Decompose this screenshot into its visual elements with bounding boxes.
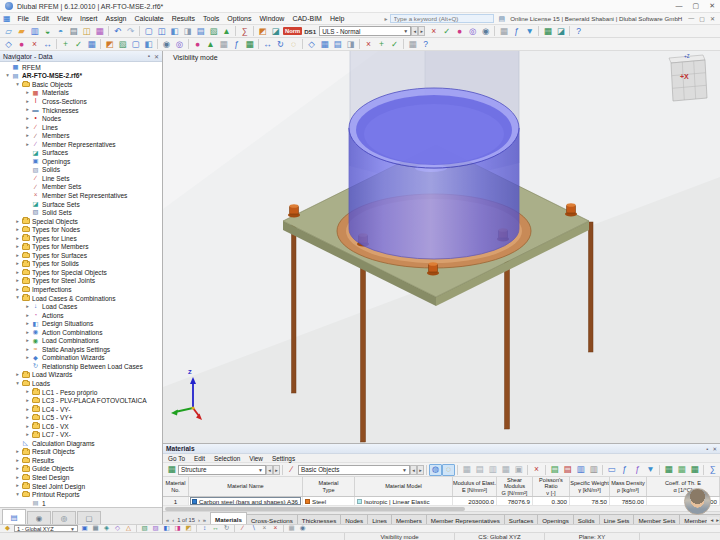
design-norm-badge[interactable]: Norm [283, 27, 302, 35]
expander-icon[interactable]: ▸ [24, 107, 31, 112]
navigator-tab-views[interactable]: ◎ [52, 511, 76, 524]
menu-window[interactable]: Window [255, 15, 288, 22]
plus-icon[interactable]: + [375, 38, 388, 50]
column-header[interactable]: Modulus of Elast.E [N/mm²] [453, 477, 497, 496]
tree-item-materials[interactable]: ▸▦Materials [0, 89, 162, 98]
winnew-icon[interactable]: ▢ [142, 25, 155, 37]
close-button[interactable]: ✕ [709, 2, 715, 10]
tree-item-printout-reports[interactable]: ▾Printout Reports [0, 490, 162, 499]
exl-icon[interactable]: ▦ [243, 38, 256, 50]
fx-icon[interactable]: ƒ [618, 464, 631, 476]
expander-icon[interactable]: ▸ [24, 389, 31, 394]
tree-item-line-sets[interactable]: ∕Line Sets [0, 174, 162, 183]
expander-icon[interactable]: ▸ [24, 321, 31, 326]
material-name-cell[interactable]: Carbon steel (bars and shapes) A36 [189, 497, 303, 505]
tree-item-types-for-special-objects[interactable]: ▸Types for Special Objects [0, 268, 162, 277]
tree-item-types-for-members[interactable]: ▸Types for Members [0, 242, 162, 251]
colins-icon[interactable]: ▥ [574, 464, 587, 476]
fx2-icon[interactable]: ƒ [631, 464, 644, 476]
mass-density-cell[interactable]: 7850.00 [610, 497, 647, 505]
gD-icon[interactable]: ◨ [172, 525, 183, 533]
tree-item-member-set-representatives[interactable]: ×Member Set Representatives [0, 191, 162, 200]
expander-icon[interactable]: ▾ [14, 492, 21, 497]
menu-insert[interactable]: Insert [76, 15, 102, 22]
expander-icon[interactable]: ▸ [24, 424, 31, 429]
tree-item-special-objects[interactable]: ▸Special Objects [0, 217, 162, 226]
tree-item-members[interactable]: ▸∕Members [0, 131, 162, 140]
minimize-button[interactable]: — [688, 15, 694, 22]
expander-icon[interactable]: ▸ [14, 261, 21, 266]
material-name-editor[interactable]: Carbon steel (bars and shapes) A36 [190, 497, 301, 505]
combo-prev-button[interactable]: ◂ [411, 26, 418, 36]
x-red-icon[interactable]: × [28, 38, 41, 50]
tree-item-solid-sets[interactable]: ▧Solid Sets [0, 208, 162, 217]
gA-icon[interactable]: ▧ [139, 525, 150, 533]
cam-icon[interactable]: ◎ [173, 38, 186, 50]
coldel-icon[interactable]: ▥ [587, 464, 600, 476]
import-icon[interactable]: ◒ [41, 25, 54, 37]
lB-icon[interactable]: ∖ [248, 525, 259, 533]
materials-menu-settings[interactable]: Settings [272, 455, 295, 462]
qm-icon[interactable]: ? [419, 38, 432, 50]
zoom-sel-icon[interactable]: ◍ [429, 464, 442, 476]
next-record-button[interactable]: › [198, 517, 200, 523]
tblD-icon[interactable]: ▦ [499, 464, 512, 476]
close-icon[interactable]: ✕ [712, 446, 717, 452]
tree-item-lc6-vx[interactable]: ▸LC6 - VX [0, 422, 162, 431]
close-button[interactable]: ✕ [710, 15, 715, 22]
pin-icon[interactable]: ▪ [706, 446, 708, 452]
expander-icon[interactable]: ▾ [4, 73, 11, 78]
cube-front-label[interactable]: +X [680, 73, 689, 80]
tree-item-member-sets[interactable]: ∕Member Sets [0, 183, 162, 192]
menu-assign[interactable]: Assign [101, 15, 130, 22]
tree-item-lc1-peso-pr-prio[interactable]: ▸LC1 - Peso próprio [0, 388, 162, 397]
tree-item-ar-fto-mse-2-rf6[interactable]: ▾▤AR-FTO-MSE-2.rf6* [0, 72, 162, 81]
tblC-icon[interactable]: ▥ [486, 464, 499, 476]
snapB-icon[interactable]: ▦ [90, 525, 101, 533]
fx-icon[interactable]: ƒ [510, 25, 523, 37]
menu-file[interactable]: File [14, 15, 33, 22]
sel-icon[interactable]: ◇ [2, 38, 15, 50]
move-icon[interactable]: ↔ [41, 38, 54, 50]
expander-icon[interactable]: ▸ [14, 287, 21, 292]
expander-icon[interactable]: ▸ [24, 355, 31, 360]
calcA-icon[interactable]: ∑ [706, 464, 719, 476]
up-icon[interactable]: ▲ [204, 38, 217, 50]
table-group-combo[interactable]: Structure ▼ [178, 465, 266, 475]
tree-item-steel-joint-design[interactable]: ▸Steel Joint Design [0, 482, 162, 491]
eye-icon[interactable]: ◉ [297, 525, 308, 533]
mA-icon[interactable]: ↕ [199, 525, 210, 533]
column-header[interactable]: Specific Weightγ [kN/m³] [570, 477, 610, 496]
rot-icon[interactable]: ↻ [274, 38, 287, 50]
lA-icon[interactable]: ∕ [237, 525, 248, 533]
column-header[interactable]: MaterialNo. [163, 477, 189, 496]
modulus-cell[interactable]: 203000.0 [453, 497, 497, 505]
grid-icon[interactable]: ▦ [286, 525, 297, 533]
tblE-icon[interactable]: ▣ [512, 464, 525, 476]
expander-icon[interactable]: ▸ [24, 347, 31, 352]
scrollbar-thumb[interactable] [165, 507, 465, 511]
tree-item-rfem[interactable]: ▦RFEM [0, 63, 162, 72]
category-prev-button[interactable]: ◂ [410, 465, 417, 475]
materials-menu-go-to[interactable]: Go To [168, 455, 185, 462]
tree-item-combination-wizards[interactable]: ▸◆Combination Wizards [0, 354, 162, 363]
expander-icon[interactable]: ▸ [14, 475, 21, 480]
sel-icon[interactable]: ◇ [305, 38, 318, 50]
tree-item-thicknesses[interactable]: ▸▬Thicknesses [0, 106, 162, 115]
open-icon[interactable]: ▰ [15, 25, 28, 37]
row-number-cell[interactable]: 1 [163, 497, 189, 505]
category-next-button[interactable]: ▸ [417, 465, 424, 475]
eye-icon[interactable]: ◉ [479, 25, 492, 37]
tree-item-types-for-steel-joints[interactable]: ▸Types for Steel Joints [0, 277, 162, 286]
expander-icon[interactable]: ▸ [24, 415, 31, 420]
filt-icon[interactable]: ▼ [644, 464, 657, 476]
column-header[interactable]: Mass Densityρ [kg/m³] [610, 477, 647, 496]
snapA-icon[interactable]: ▣ [79, 525, 90, 533]
winnew-icon[interactable]: ▢ [129, 38, 142, 50]
expander-icon[interactable]: ▸ [14, 244, 21, 249]
specific-weight-cell[interactable]: 78.50 [570, 497, 610, 505]
expander-icon[interactable]: ▸ [24, 432, 31, 437]
tree-item-relationship-between-load-cases[interactable]: ↻Relationship Between Load Cases [0, 362, 162, 371]
expander-icon[interactable]: ▾ [14, 381, 21, 386]
group-next-button[interactable]: ▸ [273, 465, 280, 475]
